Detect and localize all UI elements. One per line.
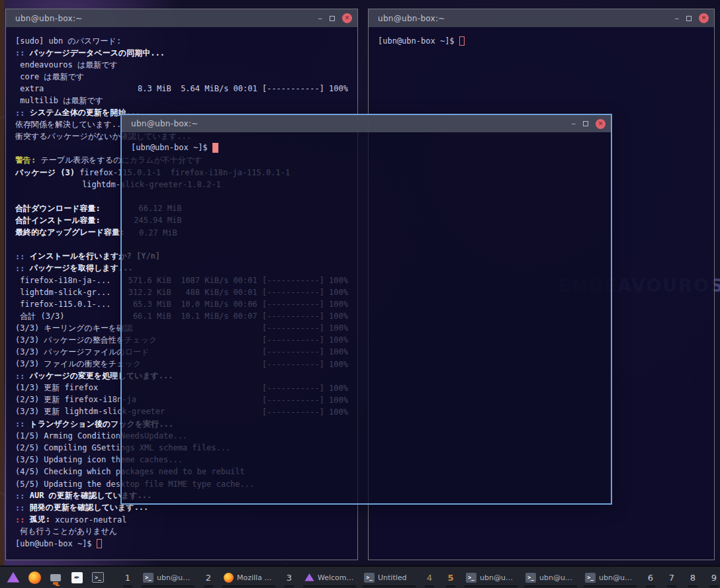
task-ubn-terminal[interactable]: >_ ubn@u… [465,567,518,588]
taskbar: ✒ >_ 1 >_ ubn@u… 2 Mozilla … 3 Welcom… >… [0,566,720,588]
terminal-line: [ubn@ubn-box ~]$ [131,142,602,153]
task-ubn-terminal[interactable]: >_ ubn@u… [584,567,637,588]
terminal-icon: >_ [585,573,596,583]
workspace-5-current[interactable]: 5 [443,567,458,588]
terminal-output[interactable]: [ubn@ubn-box ~]$ [122,132,611,503]
minimize-icon[interactable]: – [318,15,323,22]
task-mozilla[interactable]: Mozilla … [222,567,275,588]
endeavouros-logo-icon[interactable] [5,569,21,586]
terminal-glyph: >_ [92,572,104,583]
terminal-line: multilib は最新です [15,95,348,106]
firefox-ball [28,571,41,584]
firefox-icon [224,573,234,583]
task-ubn-terminal[interactable]: >_ ubn@u… [524,567,577,588]
feather-glyph: ✒ [71,572,83,583]
workspace-1[interactable]: 1 [120,567,135,588]
terminal-icon: >_ [466,573,476,583]
terminal-icon[interactable]: >_ [90,569,106,586]
window-title: ubn@ubn-box:~ [15,14,83,23]
titlebar[interactable]: ubn@ubn-box:~ – ✕ [369,9,714,27]
minimize-icon[interactable]: – [572,120,576,127]
maximize-icon[interactable] [583,121,588,126]
window-list: 1 >_ ubn@u… 2 Mozilla … 3 Welcom… >_ Unt… [120,567,720,588]
window-title: ubn@ubn-box:~ [131,119,199,128]
monitor-shape [50,574,61,581]
minimize-icon[interactable]: – [675,15,680,22]
task-ubn-terminal[interactable]: >_ ubn@u… [142,567,195,588]
endeavouros-triangle [7,571,20,583]
terminal-line: endeavouros は最新です [15,59,348,71]
terminal-line: [ubn@ubn-box ~]$ [378,35,705,47]
workspace-4[interactable]: 4 [422,567,437,588]
window-controls: – ✕ [572,119,606,129]
terminal-line: :: 孤児: xcursor-neutral [15,514,348,526]
maximize-icon[interactable] [686,16,692,21]
terminal-icon: >_ [143,573,154,583]
wallpaper-stars [0,0,1,1]
close-icon[interactable]: ✕ [596,119,606,129]
featherpad-icon[interactable]: ✒ [69,569,85,586]
terminal-line: 何も行うことがありません [15,526,348,538]
update-notifier-icon[interactable] [48,569,64,586]
window-controls: – ✕ [675,13,709,23]
task-welcome[interactable]: Welcom… [303,567,356,588]
close-icon[interactable]: ✕ [699,13,709,23]
terminal-line: [ubn@ubn-box ~]$ [15,538,348,550]
terminal-line: :: パッケージデータベースの同期中... [15,47,348,59]
terminal-line: extra 8.3 MiB 5.64 MiB/s 00:01 [--------… [15,83,348,95]
maximize-icon[interactable] [330,16,335,21]
terminal-line: core は最新です [15,71,348,83]
terminal-icon: >_ [364,573,375,583]
titlebar[interactable]: ubn@ubn-box:~ – ✕ [122,115,611,132]
window-title: ubn@ubn-box:~ [378,14,445,23]
workspace-8[interactable]: 8 [686,567,700,588]
launcher-area: ✒ >_ [5,569,106,586]
terminal-line: [sudo] ubn のパスワード: [15,35,348,47]
window-controls: – ✕ [318,13,353,23]
firefox-icon[interactable] [26,569,42,586]
workspace-7[interactable]: 7 [664,567,679,588]
workspace-3[interactable]: 3 [282,567,296,588]
terminal-icon: >_ [525,573,536,583]
workspace-6[interactable]: 6 [643,567,658,588]
workspace-2[interactable]: 2 [201,567,216,588]
endeavouros-logo-icon [304,573,314,582]
workspace-9[interactable]: 9 [707,567,720,588]
task-untitled[interactable]: >_ Untitled [363,567,416,588]
titlebar[interactable]: ubn@ubn-box:~ – ✕ [6,9,357,27]
close-icon[interactable]: ✕ [342,13,352,23]
terminal-window-center: ubn@ubn-box:~ – ✕ [ubn@ubn-box ~]$ [120,114,612,505]
